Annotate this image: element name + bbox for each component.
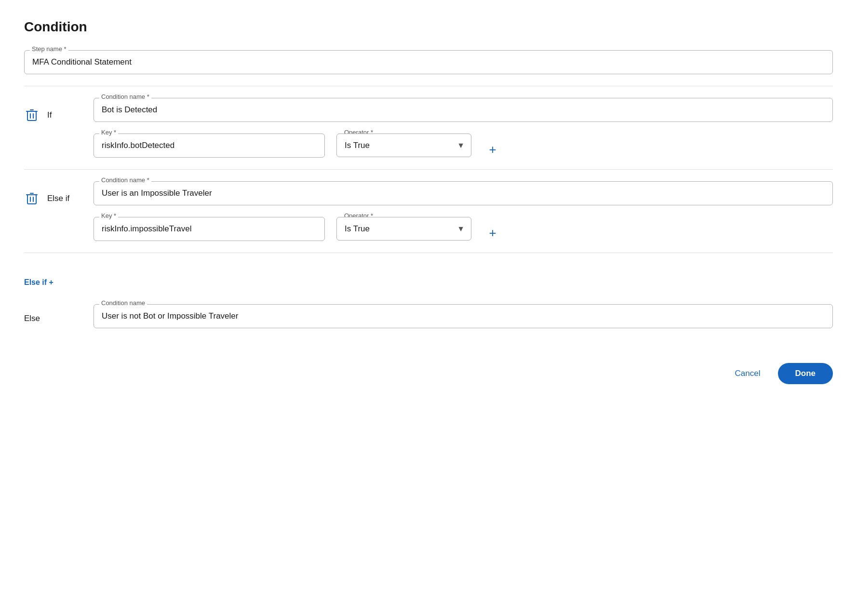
else-if-key-operator-row: Key * Operator * Is True Is False Equals… <box>94 217 833 241</box>
divider-1 <box>24 86 833 86</box>
else-right: Condition name <box>94 304 833 340</box>
else-if-block: Else if Condition name * Key * Operator … <box>24 181 833 241</box>
if-condition-name-input[interactable] <box>94 98 833 122</box>
svg-rect-1 <box>27 195 36 204</box>
if-condition-name-field: Condition name * <box>94 98 833 122</box>
if-key-operator-row: Key * Operator * Is True Is False Equals… <box>94 134 833 158</box>
if-key-field: Key * <box>94 134 325 158</box>
step-name-input[interactable] <box>24 50 833 74</box>
else-if-operator-select-wrapper: Is True Is False Equals Not Equals ▼ <box>336 217 471 241</box>
else-if-add-button[interactable]: Else if + <box>24 278 54 287</box>
if-block: If Condition name * Key * Operator * Is … <box>24 98 833 158</box>
step-name-label: Step name * <box>30 45 68 53</box>
if-operator-select-wrapper: Is True Is False Equals Not Equals ▼ <box>336 134 471 157</box>
else-condition-name-input[interactable] <box>94 304 833 328</box>
footer-actions: Cancel Done <box>24 363 833 384</box>
if-key-input[interactable] <box>94 134 325 158</box>
else-if-key-input[interactable] <box>94 217 325 241</box>
else-if-add-condition-button[interactable]: + <box>483 217 502 241</box>
if-delete-button[interactable] <box>24 107 40 123</box>
divider-2 <box>24 169 833 170</box>
if-label: If <box>47 110 52 120</box>
divider-3 <box>24 253 833 253</box>
else-if-key-group: Key * <box>94 217 325 241</box>
else-label: Else <box>24 304 82 323</box>
if-left: If <box>24 98 82 123</box>
if-operator-group: Operator * Is True Is False Equals Not E… <box>336 134 471 157</box>
else-condition-name-field: Condition name <box>94 304 833 328</box>
if-right: Condition name * Key * Operator * Is Tru… <box>94 98 833 158</box>
else-if-left: Else if <box>24 181 82 206</box>
else-if-key-field: Key * <box>94 217 325 241</box>
else-if-operator-field: Operator * Is True Is False Equals Not E… <box>336 217 471 241</box>
if-operator-select[interactable]: Is True Is False Equals Not Equals <box>336 134 471 157</box>
if-key-group: Key * <box>94 134 325 158</box>
else-block: Else Condition name <box>24 304 833 340</box>
else-if-operator-group: Operator * Is True Is False Equals Not E… <box>336 217 471 241</box>
if-condition-name-label: Condition name * <box>99 93 151 100</box>
cancel-button[interactable]: Cancel <box>725 363 770 384</box>
else-if-label: Else if <box>47 194 69 203</box>
else-if-key-label: Key * <box>99 212 118 219</box>
else-condition-name-label: Condition name <box>99 299 147 307</box>
else-if-condition-name-input[interactable] <box>94 181 833 205</box>
if-operator-field: Operator * Is True Is False Equals Not E… <box>336 134 471 157</box>
else-if-condition-name-label: Condition name * <box>99 176 151 184</box>
done-button[interactable]: Done <box>778 363 833 384</box>
page-title: Condition <box>24 19 833 35</box>
step-name-field: Step name * <box>24 50 833 74</box>
svg-rect-0 <box>27 111 36 121</box>
else-if-delete-button[interactable] <box>24 191 40 206</box>
else-if-right: Condition name * Key * Operator * Is Tru… <box>94 181 833 241</box>
else-if-operator-select[interactable]: Is True Is False Equals Not Equals <box>336 217 471 241</box>
if-key-label: Key * <box>99 129 118 136</box>
else-if-condition-name-field: Condition name * <box>94 181 833 205</box>
if-add-condition-button[interactable]: + <box>483 134 502 157</box>
